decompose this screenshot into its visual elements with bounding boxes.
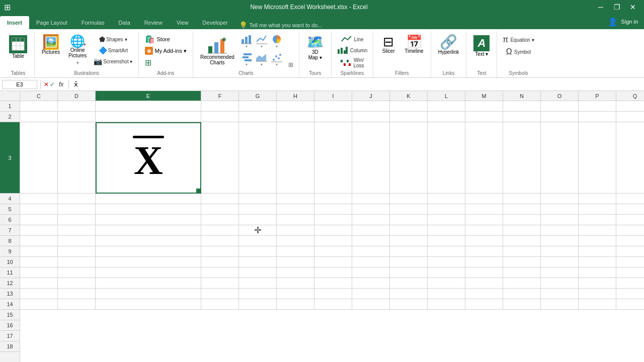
cell-o3[interactable] xyxy=(541,122,579,194)
cell-e3-selected[interactable]: X xyxy=(96,122,201,194)
tab-view[interactable]: View xyxy=(170,16,196,29)
cell-m5[interactable] xyxy=(465,204,503,215)
row-header-1[interactable]: 1 xyxy=(0,101,20,112)
row-header-12[interactable]: 12 xyxy=(0,278,20,289)
cell-o4[interactable] xyxy=(541,194,579,204)
timeline-button[interactable]: 📅 Timeline xyxy=(401,33,426,56)
row-header-10[interactable]: 10 xyxy=(0,257,20,267)
close-button[interactable]: ✕ xyxy=(626,2,640,12)
recommended-charts-button[interactable]: ★ RecommendedCharts xyxy=(197,33,237,67)
row-header-18[interactable]: 18 xyxy=(0,341,20,352)
text-button[interactable]: A Text ▾ xyxy=(470,33,493,59)
cell-l3[interactable] xyxy=(428,122,465,194)
cell-h5[interactable] xyxy=(277,204,314,215)
line-sparkline-button[interactable]: Line xyxy=(336,34,369,44)
cell-q4[interactable] xyxy=(616,194,644,204)
cell-k5[interactable] xyxy=(390,204,428,215)
cell-g5[interactable] xyxy=(239,204,277,215)
column-sparkline-button[interactable]: Column xyxy=(336,45,369,55)
cell-o2[interactable] xyxy=(541,112,579,122)
cell-h1[interactable] xyxy=(277,101,314,112)
cell-k4[interactable] xyxy=(390,194,428,204)
screenshot-button[interactable]: 📷 Screenshot ▾ xyxy=(92,56,134,66)
cell-k1[interactable] xyxy=(390,101,428,112)
cell-j2[interactable] xyxy=(352,112,390,122)
cell-h2[interactable] xyxy=(277,112,314,122)
cell-f1[interactable] xyxy=(201,101,239,112)
cell-m4[interactable] xyxy=(465,194,503,204)
row-header-6[interactable]: 6 xyxy=(0,215,20,225)
charts-expand-button[interactable]: ⊞ xyxy=(287,60,295,69)
3dmap-button[interactable]: 🗺️ 3DMap ▾ xyxy=(303,33,327,62)
cell-l1[interactable] xyxy=(428,101,465,112)
cell-l4[interactable] xyxy=(428,194,465,204)
pie-chart-button[interactable]: ▾ xyxy=(270,33,284,50)
cell-p5[interactable] xyxy=(579,204,616,215)
col-header-i[interactable]: I xyxy=(314,91,352,101)
cell-c4[interactable] xyxy=(20,194,58,204)
hyperlink-button[interactable]: 🔗 Hyperlink xyxy=(435,33,462,57)
cell-p1[interactable] xyxy=(579,101,616,112)
cell-k2[interactable] xyxy=(390,112,428,122)
row-header-16[interactable]: 16 xyxy=(0,320,20,331)
row-header-5[interactable]: 5 xyxy=(0,204,20,215)
winloss-button[interactable]: Win/Loss xyxy=(336,56,369,69)
col-header-j[interactable]: J xyxy=(352,91,390,101)
cell-n4[interactable] xyxy=(503,194,541,204)
cell-m1[interactable] xyxy=(465,101,503,112)
col-header-f[interactable]: F xyxy=(201,91,239,101)
smartart-button[interactable]: 🔷 SmartArt xyxy=(92,45,134,55)
row-header-2[interactable]: 2 xyxy=(0,112,20,122)
cell-n3[interactable] xyxy=(503,122,541,194)
tab-formulas[interactable]: Formulas xyxy=(74,16,112,29)
row-header-13[interactable]: 13 xyxy=(0,289,20,299)
cancel-formula-icon[interactable]: ✕ xyxy=(44,81,49,88)
cell-i4[interactable] xyxy=(314,194,352,204)
cell-m3[interactable] xyxy=(465,122,503,194)
cell-e4[interactable] xyxy=(96,194,201,204)
column-chart-button[interactable]: ▾ xyxy=(239,33,254,50)
cell-i3[interactable] xyxy=(314,122,352,194)
extra-addins[interactable]: ⊞ xyxy=(143,57,189,68)
cell-f3[interactable] xyxy=(201,122,239,194)
cell-k3[interactable] xyxy=(390,122,428,194)
line-chart-button[interactable]: ▾ xyxy=(255,33,269,50)
cell-e2[interactable] xyxy=(96,112,201,122)
cell-c5[interactable] xyxy=(20,204,58,215)
cell-j5[interactable] xyxy=(352,204,390,215)
cell-resize-handle[interactable] xyxy=(196,189,200,193)
cell-e1[interactable] xyxy=(96,101,201,112)
row-header-11[interactable]: 11 xyxy=(0,267,20,278)
equation-button[interactable]: π Equation ▾ xyxy=(501,34,535,45)
cell-d5[interactable] xyxy=(58,204,96,215)
bar-chart-button[interactable]: ▾ xyxy=(239,51,254,68)
cell-d2[interactable] xyxy=(58,112,96,122)
col-header-d[interactable]: D xyxy=(58,91,96,101)
cell-i2[interactable] xyxy=(314,112,352,122)
symbol-button[interactable]: Ω Symbol xyxy=(501,46,535,57)
cell-e5[interactable] xyxy=(96,204,201,215)
row-header-8[interactable]: 8 xyxy=(0,236,20,246)
col-header-n[interactable]: N xyxy=(503,91,541,101)
tab-review[interactable]: Review xyxy=(137,16,170,29)
store-button[interactable]: 🛍️ Store xyxy=(143,33,189,45)
scatter-chart-button[interactable]: ▾ xyxy=(270,51,284,68)
cell-h4[interactable] xyxy=(277,194,314,204)
cell-q3[interactable] xyxy=(616,122,644,194)
col-header-q[interactable]: Q xyxy=(616,91,644,101)
shapes-button[interactable]: ⬟ Shapes ▾ xyxy=(92,34,134,44)
col-header-c[interactable]: C xyxy=(20,91,58,101)
cell-g7[interactable]: ✛ xyxy=(239,225,277,236)
cell-n5[interactable] xyxy=(503,204,541,215)
pictures-button[interactable]: 🖼️ Pictures xyxy=(39,33,63,57)
cell-m2[interactable] xyxy=(465,112,503,122)
cell-g3[interactable] xyxy=(239,122,277,194)
cell-c2[interactable] xyxy=(20,112,58,122)
cell-q5[interactable] xyxy=(616,204,644,215)
cell-d4[interactable] xyxy=(58,194,96,204)
row-header-4[interactable]: 4 xyxy=(0,194,20,204)
row-header-9[interactable]: 9 xyxy=(0,246,20,257)
cell-l5[interactable] xyxy=(428,204,465,215)
row-header-15[interactable]: 15 xyxy=(0,310,20,320)
cell-i1[interactable] xyxy=(314,101,352,112)
